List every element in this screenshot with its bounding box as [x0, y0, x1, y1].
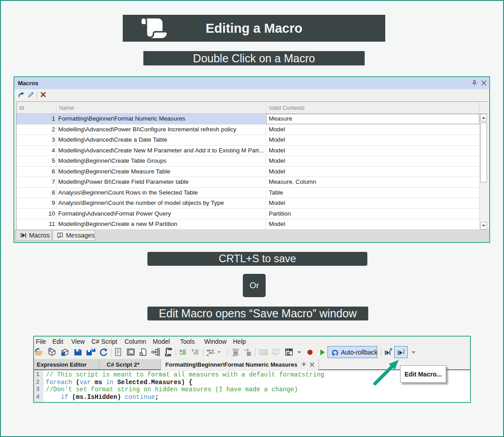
svg-text:?: ? — [191, 348, 194, 353]
svg-text:[x]: [x] — [261, 350, 267, 355]
